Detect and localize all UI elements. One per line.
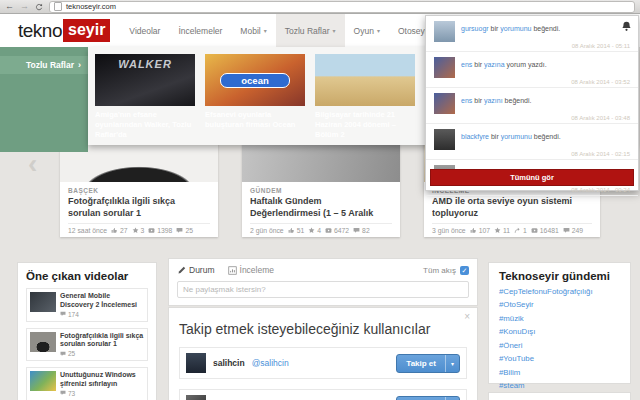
notification-item[interactable]: ens bir yazına yorum yazdı. [426, 52, 638, 78]
article-comments-count: 25 [185, 227, 193, 234]
forward-icon[interactable]: → [20, 2, 29, 11]
trending-tags: #CepTelefonuFotoğrafçılığı#OtoSeyir#müzi… [499, 287, 620, 400]
notification-item[interactable]: blackfyre bir yorumunu beğendi. [426, 124, 638, 150]
mega-menu-item[interactable]: oceanEfsanevi oyunlarla buluşturan firma… [205, 54, 305, 145]
article-likes-count: 27 [120, 227, 128, 234]
video-title: Unuttuğunuz Windows şifrenizi sıfırlayın [60, 371, 144, 389]
notification-link[interactable]: blackfyre [461, 133, 489, 140]
nav-item-label: Videolar [129, 26, 160, 36]
user-handle[interactable]: @salihcin [252, 358, 289, 368]
article-views-stat: 6472 [325, 227, 349, 234]
chevron-down-icon[interactable]: ▾ [445, 355, 459, 372]
mega-menu-sidebar: Tozlu Raflar › [0, 47, 88, 152]
sidebar-item-tozlu-raflar[interactable]: Tozlu Raflar › [0, 56, 88, 74]
article-stats: 2 gün önce514647282 [250, 223, 392, 234]
article-card[interactable]: GÜNDEMHaftalık Gündem Değerlendirmesi (1… [242, 140, 400, 237]
composer-card: DurumİncelemeTüm akış✓ Ne paylaşmak iste… [168, 258, 478, 306]
suggested-user-row: salihcin@salihcinTakip et▾ [179, 347, 467, 379]
nav-item-tozlu-raflar[interactable]: Tozlu Raflar▾ [276, 14, 345, 47]
trending-title: Teknoseyir gündemi [499, 270, 620, 282]
like-icon [288, 227, 295, 234]
notification-link[interactable]: yorumunu [500, 25, 531, 32]
reload-icon[interactable] [35, 3, 43, 11]
notification-item[interactable]: gursuogr bir yorumunu beğendi. [426, 16, 638, 42]
video-comments: 174 [60, 311, 144, 318]
notification-link[interactable]: yazını [484, 97, 503, 104]
trending-tag[interactable]: #CepTelefonuFotoğrafçılığı [499, 287, 620, 296]
article-comments-count: 82 [362, 227, 370, 234]
nav-item-mobil[interactable]: Mobil▾ [231, 14, 275, 47]
notification-link[interactable]: yazına [484, 61, 505, 68]
review-icon [228, 266, 237, 275]
mega-menu-item-caption: Bilgisayar tarihinde 21 Haziran 2004 dön… [315, 110, 415, 139]
carousel-prev-icon[interactable]: ‹ [28, 150, 37, 178]
video-info: Unuttuğunuz Windows şifrenizi sıfırlayın… [60, 371, 144, 397]
user-name: salihcin [213, 358, 245, 368]
tab-durum[interactable]: Durum [177, 265, 215, 275]
notification-text: blackfyre bir yorumunu beğendi. [461, 128, 575, 150]
video-list-item[interactable]: Fotoğrafçılıkla ilgili sıkça sorulan sor… [26, 328, 148, 362]
notification-link[interactable]: ens [461, 97, 472, 104]
close-icon[interactable]: × [464, 311, 470, 322]
notification-plain: beğendi. [531, 25, 560, 32]
chevron-down-icon: ▾ [333, 27, 336, 34]
site-logo[interactable]: tekno seyir [18, 14, 110, 47]
mega-menu-item[interactable]: WALKERAmiga'nın efsane oyunlarından Walk… [95, 54, 195, 145]
video-title: Fotoğrafçılıkla ilgili sıkça sorulan sor… [60, 332, 144, 350]
article-stats: 3 gün önce10711116481249 [432, 223, 592, 234]
video-list-item[interactable]: Unuttuğunuz Windows şifrenizi sıfırlayın… [26, 367, 148, 400]
tab-i̇nceleme[interactable]: İnceleme [228, 265, 275, 275]
notification-link[interactable]: yorumunu [501, 133, 532, 140]
notification-item[interactable]: ens bir yazını beğendi. [426, 88, 638, 114]
bell-icon[interactable] [621, 21, 632, 32]
notification-link[interactable]: gursuogr [461, 25, 489, 32]
nav-item-videolar[interactable]: Videolar [120, 14, 169, 47]
address-bar[interactable]: teknoseyir.com [49, 1, 635, 13]
nav-item-oyun[interactable]: Oyun▾ [345, 14, 389, 47]
chevron-right-icon: › [78, 60, 81, 70]
status-input[interactable]: Ne paylaşmak istersin? [177, 281, 469, 298]
comments-icon [60, 351, 66, 357]
video-comment-count: 25 [68, 350, 75, 357]
follow-suggestions-card: × Takip etmek isteyebileceğiniz kullanıc… [168, 307, 478, 400]
back-icon[interactable]: ← [5, 2, 14, 11]
trending-tag[interactable]: #OtoSeyir [499, 300, 620, 309]
trending-tag[interactable]: #YouTube [499, 354, 620, 363]
trending-tag[interactable]: #steam [499, 381, 620, 390]
avatar [186, 395, 206, 400]
article-card-body: GÜNDEMHaftalık Gündem Değerlendirmesi (1… [242, 182, 400, 220]
comments-icon [563, 227, 570, 234]
trending-tag[interactable]: #Bilim [499, 368, 620, 377]
trending-tag[interactable]: #Öneri [499, 341, 620, 350]
notification-link[interactable]: ens [461, 61, 472, 68]
view-all-notifications-button[interactable]: Tümünü gör [430, 169, 634, 186]
article-card[interactable]: BAŞÇEKFotoğrafçılıkla ilgili sıkça sorul… [60, 140, 218, 237]
article-card-body: BAŞÇEKFotoğrafçılıkla ilgili sıkça sorul… [60, 182, 218, 220]
follow-button[interactable]: Takip et▾ [396, 396, 460, 400]
comments-icon [176, 227, 183, 234]
trending-tag[interactable]: #KonuDışı [499, 327, 620, 336]
trending-tag[interactable]: #müzik [499, 314, 620, 323]
article-views-count: 16481 [540, 227, 559, 234]
avatar [434, 93, 455, 114]
article-stars-count: 3 [141, 227, 145, 234]
follow-suggestions-title: Takip etmek isteyebileceğiniz kullanıcıl… [179, 321, 467, 337]
video-thumbnail [30, 332, 56, 352]
nav-item-i̇ncelemeler[interactable]: İncelemeler [169, 14, 231, 47]
reload-glyph [35, 3, 43, 11]
article-stars-stat: 4 [308, 227, 321, 234]
chevron-down-icon[interactable]: ▾ [445, 397, 459, 400]
video-info: General Mobile Discovery 2 İncelemesi174 [60, 292, 144, 318]
article-stars-stat: 11 [494, 227, 510, 234]
article-comments-stat: 249 [563, 227, 583, 234]
video-title: General Mobile Discovery 2 İncelemesi [60, 292, 144, 310]
video-list-item[interactable]: General Mobile Discovery 2 İncelemesi174 [26, 288, 148, 322]
notification-plain: bir [472, 97, 484, 104]
article-likes-stat: 107 [470, 227, 490, 234]
like-icon [111, 227, 118, 234]
follow-button[interactable]: Takip et▾ [396, 354, 460, 373]
all-feed-checkbox[interactable]: ✓ [460, 266, 469, 275]
all-feed-toggle[interactable]: Tüm akış✓ [423, 266, 469, 275]
mega-menu-item[interactable]: Bilgisayar tarihinde 21 Haziran 2004 dön… [315, 54, 415, 145]
article-likes-count: 51 [297, 227, 305, 234]
